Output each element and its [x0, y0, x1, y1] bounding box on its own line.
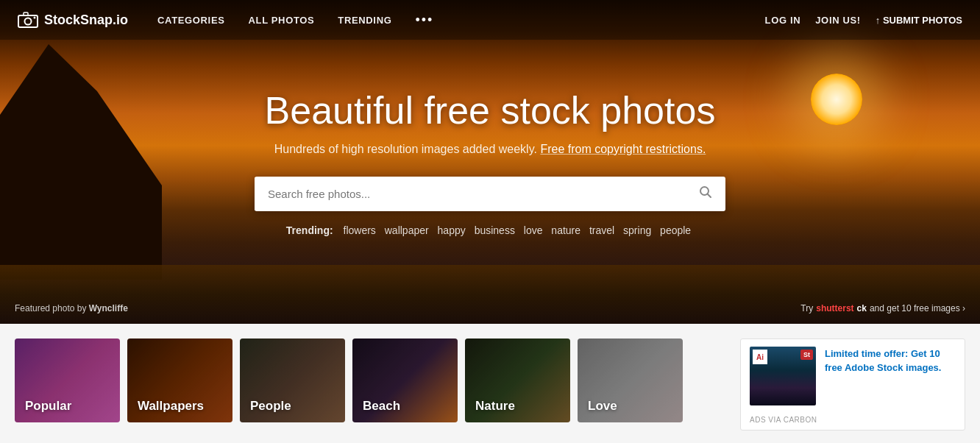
categories-section: Popular Wallpapers People Beach Nature L… — [0, 324, 980, 430]
search-button[interactable] — [686, 177, 725, 211]
svg-rect-2 — [24, 13, 28, 15]
camera-icon — [18, 12, 38, 28]
trending-nature[interactable]: nature — [551, 224, 580, 236]
trending-people[interactable]: people — [660, 224, 691, 236]
ad-text: Limited time offer: Get 10 free Adobe St… — [825, 347, 956, 405]
hero-footer: Featured photo by Wyncliffe Try shutters… — [0, 303, 980, 313]
ad-image[interactable]: Ai St — [750, 347, 816, 405]
category-beach[interactable]: Beach — [352, 339, 458, 422]
ss-brand-1: shutterst — [816, 303, 853, 313]
category-beach-label: Beach — [363, 399, 400, 414]
copyright-link[interactable]: Free from copyright restrictions. — [540, 143, 706, 155]
nav-submit[interactable]: ↑ SUBMIT PHOTOS — [876, 15, 962, 26]
hero-subtitle-text: Hundreds of high resolution images added… — [274, 143, 537, 155]
svg-point-1 — [25, 18, 32, 25]
trending-flowers[interactable]: flowers — [344, 224, 376, 236]
hero-sun — [811, 74, 862, 125]
ss-pre: Try — [800, 303, 813, 313]
trending-spring[interactable]: spring — [623, 224, 651, 236]
trending-label: Trending: — [286, 224, 333, 236]
navbar: StockSnap.io CATEGORIES ALL PHOTOS TREND… — [0, 0, 980, 40]
trending-wallpaper[interactable]: wallpaper — [385, 224, 429, 236]
nav-categories[interactable]: CATEGORIES — [157, 15, 225, 26]
trending-section: Trending: flowers wallpaper happy busine… — [255, 224, 725, 236]
adobe-logo: Ai — [753, 350, 767, 364]
ss-post: and get 10 free images › — [870, 303, 965, 313]
hero-water — [0, 265, 980, 324]
nav-right: LOG IN JOIN US! ↑ SUBMIT PHOTOS — [765, 15, 962, 26]
category-wallpapers[interactable]: Wallpapers — [127, 339, 232, 422]
hero-subtitle: Hundreds of high resolution images added… — [255, 143, 725, 156]
trending-business[interactable]: business — [475, 224, 515, 236]
hero-section: Beautiful free stock photos Hundreds of … — [0, 0, 980, 324]
categories-grid: Popular Wallpapers People Beach Nature L… — [15, 339, 731, 422]
ss-brand-2: ck — [857, 303, 867, 313]
category-people-label: People — [250, 399, 291, 414]
nav-join[interactable]: JOIN US! — [815, 15, 861, 26]
trending-love[interactable]: love — [524, 224, 543, 236]
nav-more[interactable]: ••• — [415, 13, 433, 28]
svg-point-3 — [34, 17, 36, 19]
category-love[interactable]: Love — [578, 339, 683, 422]
nav-trending[interactable]: TRENDING — [338, 15, 391, 26]
search-icon — [699, 185, 712, 199]
site-logo[interactable]: StockSnap.io — [18, 12, 128, 28]
trending-happy[interactable]: happy — [438, 224, 466, 236]
ad-inner: Ai St Limited time offer: Get 10 free Ad… — [741, 339, 965, 413]
featured-by: Featured photo by Wyncliffe — [15, 303, 128, 313]
ad-footer: ADS VIA CARBON — [741, 413, 965, 430]
hero-content: Beautiful free stock photos Hundreds of … — [240, 88, 740, 236]
svg-line-5 — [708, 194, 711, 197]
shutterstock-promo[interactable]: Try shutterstck and get 10 free images › — [800, 303, 965, 313]
trending-travel[interactable]: travel — [589, 224, 614, 236]
category-wallpapers-label: Wallpapers — [138, 399, 204, 414]
ad-sidebar: Ai St Limited time offer: Get 10 free Ad… — [740, 339, 965, 430]
search-bar — [255, 177, 725, 211]
nav-all-photos[interactable]: ALL PHOTOS — [249, 15, 315, 26]
category-people[interactable]: People — [240, 339, 345, 422]
category-nature[interactable]: Nature — [465, 339, 570, 422]
category-love-label: Love — [588, 399, 617, 414]
st-badge: St — [800, 350, 813, 360]
nav-login[interactable]: LOG IN — [765, 15, 801, 26]
nav-links: CATEGORIES ALL PHOTOS TRENDING ••• — [157, 13, 765, 28]
ad-title[interactable]: Limited time offer: Get 10 free Adobe St… — [825, 348, 941, 373]
category-popular-label: Popular — [25, 399, 71, 414]
logo-text: StockSnap.io — [44, 13, 128, 28]
featured-label: Featured photo by — [15, 303, 86, 313]
hero-title: Beautiful free stock photos — [255, 88, 725, 132]
featured-author: Wyncliffe — [89, 303, 128, 313]
search-input[interactable] — [255, 177, 686, 210]
category-nature-label: Nature — [475, 399, 515, 414]
category-popular[interactable]: Popular — [15, 339, 120, 422]
